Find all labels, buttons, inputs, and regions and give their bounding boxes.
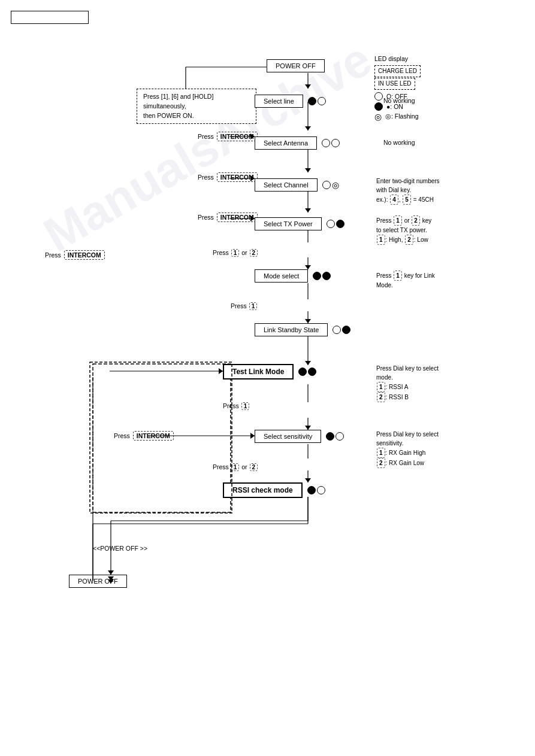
press-1-sensitivity: Press 1 [223,402,250,410]
select-antenna-leds [322,139,340,147]
select-channel-row: Select Channel ◎ [255,178,339,192]
select-antenna-row: Select Antenna [255,136,340,150]
sensitivity-leds [326,432,344,441]
press-1-or-2-sensitivity: Press 1 or 2 [213,463,258,471]
mode-select-box: Mode select [255,269,308,283]
select-channel-box: Select Channel [255,178,318,192]
power-off-label: <<POWER OFF >> [93,545,147,552]
led-legend-title: LED display [374,54,421,64]
select-tx-power-row: Select TX Power [255,217,344,230]
select-line-leds [308,97,326,105]
led-legend: LED display CHARGE LED IN USE LED O: OFF… [374,54,421,122]
press-intercom-sensitivity: Press INTERCOM [114,431,175,441]
svg-marker-13 [305,265,311,269]
mode-select-annotation: Press 1 key for LinkMode. [376,271,435,290]
test-link-annotation: Press Dial key to selectmode.1: RSSI A2:… [376,364,439,402]
press-intercom-2: Press INTERCOM [198,172,259,182]
link-standby-row: Link Standby State [255,323,350,336]
power-off-top-box: POWER OFF [267,59,325,72]
press-intercom-1: Press INTERCOM [198,132,259,141]
rssi-check-leds [307,486,325,494]
svg-marker-7 [305,168,311,172]
svg-marker-21 [305,426,311,430]
select-channel-leds: ◎ [322,181,339,189]
svg-marker-4 [305,126,311,130]
press-intercom-3: Press INTERCOM [198,212,259,222]
press-intercom-left: Press INTERCOM [45,250,106,260]
mode-select-row: Mode select [255,269,331,283]
simultaneous-press-box: Press [1], [6] and [HOLD] simultaneously… [137,89,256,124]
rssi-check-box: RSSI check mode [223,482,303,498]
led2 [318,97,326,105]
select-sensitivity-row: Select sensitivity [255,430,344,443]
svg-marker-1 [305,84,311,89]
test-link-mode-row: Test Link Mode [223,364,316,379]
mode-select-leds [313,272,331,280]
svg-marker-42 [250,433,255,439]
select-line-box: Select line [255,95,303,108]
led-flash-icon: ◎ [374,113,382,121]
power-off-bottom-box: POWER OFF [69,575,127,588]
svg-marker-40 [219,368,223,374]
test-link-mode-box: Test Link Mode [223,364,294,379]
test-link-leds [298,368,316,376]
link-standby-leds [333,326,350,334]
power-off-box: POWER OFF [69,575,127,588]
sensitivity-annotation: Press Dial key to selectsensitivity.1: R… [376,430,439,468]
no-working-2: No working [383,139,415,146]
led1 [308,97,316,105]
tx-power-annotation: Press 1 or 2 keyto select TX power.1: Hi… [376,215,431,245]
link-standby-box: Link Standby State [255,323,328,336]
led-filled-icon [374,102,383,111]
select-sensitivity-box: Select sensitivity [255,430,321,443]
svg-marker-16 [305,319,311,323]
svg-marker-24 [305,478,311,482]
svg-marker-10 [305,208,311,212]
page-content: ManualsArchive [0,0,535,756]
press-1-link: Press 1 [231,302,258,310]
no-working-1: No working [383,97,415,104]
select-tx-power-box: Select TX Power [255,217,322,230]
press-1-or-2-txpower: Press 1 or 2 [213,249,258,257]
led-open-icon [374,92,383,101]
svg-marker-30 [108,570,114,575]
select-line-row: Select line [255,95,326,108]
select-antenna-box: Select Antenna [255,136,317,150]
tx-power-leds [327,220,344,228]
channel-annotation: Enter two-digit numberswith Dial key.ex.… [376,177,440,205]
top-rectangle [11,11,89,24]
rssi-check-row: RSSI check mode [223,482,325,498]
